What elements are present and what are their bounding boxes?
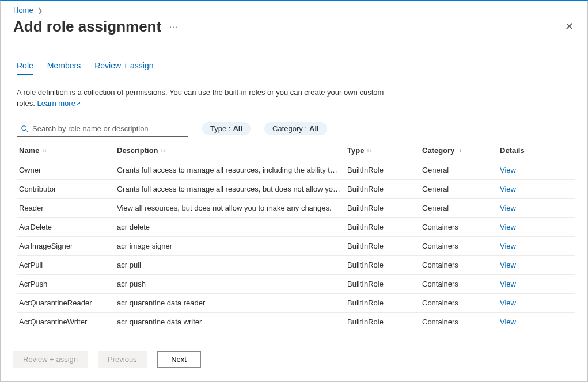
cell-type: BuiltInRole bbox=[347, 318, 422, 326]
cell-name: AcrDelete bbox=[19, 223, 117, 231]
tabs: RoleMembersReview + assign bbox=[17, 61, 575, 75]
search-input-wrapper[interactable] bbox=[17, 121, 188, 137]
close-button[interactable]: ✕ bbox=[562, 17, 577, 36]
cell-name: AcrQuarantineWriter bbox=[19, 318, 117, 326]
view-link[interactable]: View bbox=[500, 318, 516, 326]
cell-name: AcrPull bbox=[19, 261, 117, 269]
cell-type: BuiltInRole bbox=[347, 280, 422, 288]
cell-name: Owner bbox=[19, 166, 117, 174]
breadcrumb: Home ❯ bbox=[13, 6, 577, 14]
cell-details: View bbox=[500, 280, 557, 288]
breadcrumb-home[interactable]: Home bbox=[13, 6, 33, 14]
cell-name: Contributor bbox=[19, 185, 117, 193]
footer: Review + assign Previous Next bbox=[1, 343, 587, 372]
cell-details: View bbox=[500, 261, 557, 269]
svg-point-0 bbox=[22, 125, 26, 130]
col-name[interactable]: Name ↑↓ bbox=[19, 146, 117, 155]
cell-name: AcrPush bbox=[19, 280, 117, 288]
learn-more-link[interactable]: Learn more↗ bbox=[37, 99, 80, 108]
table-row[interactable]: AcrImageSigneracr image signerBuiltInRol… bbox=[17, 236, 575, 255]
svg-line-1 bbox=[26, 129, 28, 132]
tab-role[interactable]: Role bbox=[17, 61, 33, 75]
previous-button: Previous bbox=[98, 351, 147, 368]
table-row[interactable]: AcrPushacr pushBuiltInRoleContainersView bbox=[17, 274, 575, 293]
cell-category: Containers bbox=[422, 299, 500, 307]
cell-category: Containers bbox=[422, 280, 500, 288]
next-button[interactable]: Next bbox=[157, 351, 201, 368]
view-link[interactable]: View bbox=[500, 261, 516, 269]
table-row[interactable]: ContributorGrants full access to manage … bbox=[17, 179, 575, 198]
cell-type: BuiltInRole bbox=[347, 223, 422, 231]
description-text: A role definition is a collection of per… bbox=[17, 87, 385, 109]
filter-type-value: All bbox=[233, 124, 242, 133]
view-link[interactable]: View bbox=[500, 299, 516, 307]
sort-icon: ↑↓ bbox=[457, 147, 461, 154]
cell-category: General bbox=[422, 185, 500, 193]
external-link-icon: ↗ bbox=[76, 100, 81, 106]
cell-category: Containers bbox=[422, 261, 500, 269]
cell-category: Containers bbox=[422, 242, 500, 250]
filter-type-label: Type : bbox=[210, 124, 230, 133]
roles-table: Name ↑↓ Description ↑↓ Type ↑↓ Category … bbox=[17, 142, 575, 331]
sort-icon: ↑↓ bbox=[161, 147, 165, 154]
review-assign-button: Review + assign bbox=[13, 351, 88, 368]
table-row[interactable]: AcrDeleteacr deleteBuiltInRoleContainers… bbox=[17, 217, 575, 236]
cell-type: BuiltInRole bbox=[347, 204, 422, 212]
table-row[interactable]: AcrQuarantineReaderacr quarantine data r… bbox=[17, 293, 575, 312]
filter-category-label: Category : bbox=[272, 124, 307, 133]
cell-name: Reader bbox=[19, 204, 117, 212]
chevron-right-icon: ❯ bbox=[37, 7, 43, 14]
view-link[interactable]: View bbox=[500, 223, 516, 231]
cell-details: View bbox=[500, 185, 557, 193]
filter-category[interactable]: Category : All bbox=[264, 122, 327, 135]
view-link[interactable]: View bbox=[500, 166, 516, 174]
table-row[interactable]: AcrQuarantineWriteracr quarantine data w… bbox=[17, 312, 575, 331]
col-category-label: Category bbox=[422, 146, 454, 155]
cell-description: acr quarantine data writer bbox=[117, 318, 347, 326]
sort-icon: ↑↓ bbox=[366, 147, 371, 154]
table-row[interactable]: ReaderView all resources, but does not a… bbox=[17, 198, 575, 217]
col-description[interactable]: Description ↑↓ bbox=[117, 146, 347, 155]
cell-details: View bbox=[500, 242, 557, 250]
table-row[interactable]: AcrPullacr pullBuiltInRoleContainersView bbox=[17, 255, 575, 274]
search-input[interactable] bbox=[32, 124, 184, 133]
cell-details: View bbox=[500, 299, 557, 307]
table-row[interactable]: OwnerGrants full access to manage all re… bbox=[17, 161, 575, 179]
cell-category: General bbox=[422, 204, 500, 212]
horizontal-scrollbar[interactable] bbox=[1, 372, 587, 381]
col-category[interactable]: Category ↑↓ bbox=[422, 146, 500, 155]
cell-description: View all resources, but does not allow y… bbox=[117, 204, 347, 212]
cell-description: Grants full access to manage all resourc… bbox=[117, 166, 347, 174]
tab-members[interactable]: Members bbox=[47, 61, 81, 75]
cell-description: Grants full access to manage all resourc… bbox=[117, 185, 347, 193]
col-name-label: Name bbox=[19, 146, 39, 155]
cell-description: acr pull bbox=[117, 261, 347, 269]
view-link[interactable]: View bbox=[500, 185, 516, 193]
view-link[interactable]: View bbox=[500, 280, 516, 288]
cell-name: AcrQuarantineReader bbox=[19, 299, 117, 307]
cell-details: View bbox=[500, 166, 557, 174]
cell-type: BuiltInRole bbox=[347, 185, 422, 193]
col-details-label: Details bbox=[500, 146, 525, 155]
col-type-label: Type bbox=[347, 146, 364, 155]
filter-category-value: All bbox=[309, 124, 319, 133]
cell-category: General bbox=[422, 166, 500, 174]
view-link[interactable]: View bbox=[500, 204, 516, 212]
page-title: Add role assignment bbox=[13, 18, 161, 36]
cell-type: BuiltInRole bbox=[347, 299, 422, 307]
tab-review-assign[interactable]: Review + assign bbox=[94, 61, 153, 75]
col-description-label: Description bbox=[117, 146, 158, 155]
cell-details: View bbox=[500, 223, 557, 231]
more-actions-button[interactable]: ··· bbox=[169, 22, 178, 31]
cell-category: Containers bbox=[422, 223, 500, 231]
cell-description: acr delete bbox=[117, 223, 347, 231]
view-link[interactable]: View bbox=[500, 242, 516, 250]
col-type[interactable]: Type ↑↓ bbox=[347, 146, 422, 155]
cell-type: BuiltInRole bbox=[347, 242, 422, 250]
cell-description: acr quarantine data reader bbox=[117, 299, 347, 307]
filter-type[interactable]: Type : All bbox=[202, 122, 251, 135]
cell-description: acr image signer bbox=[117, 242, 347, 250]
sort-icon: ↑↓ bbox=[41, 147, 46, 154]
cell-category: Containers bbox=[422, 318, 500, 326]
cell-details: View bbox=[500, 204, 557, 212]
